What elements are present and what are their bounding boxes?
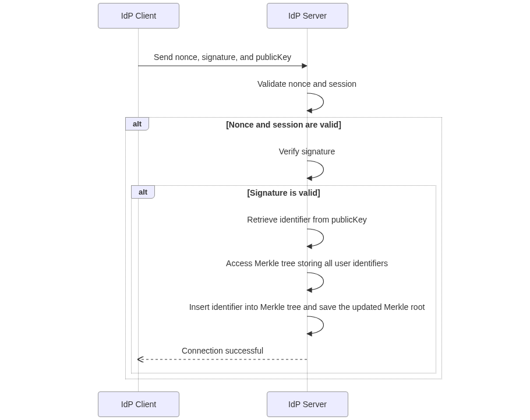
alt-tag-inner: alt <box>131 185 155 199</box>
alt-tag-outer: alt <box>125 117 149 130</box>
msg-label-1: Send nonce, signature, and publicKey <box>154 52 291 62</box>
msg-label-5: Access Merkle tree storing all user iden… <box>226 259 388 268</box>
msg-label-6: Insert identifier into Merkle tree and s… <box>189 302 425 312</box>
sequence-diagram: alt [Nonce and session are valid] alt [S… <box>0 0 530 420</box>
msg-label-4: Retrieve identifier from publicKey <box>247 215 366 224</box>
msg-label-3: Verify signature <box>279 147 335 156</box>
actor-client-top: IdP Client <box>98 3 179 29</box>
actor-server-bottom-label: IdP Server <box>288 400 327 409</box>
alt-guard-inner: [Signature is valid] <box>247 188 320 197</box>
actor-server-top: IdP Server <box>267 3 348 29</box>
msg-label-7: Connection successful <box>182 346 263 355</box>
actor-server-top-label: IdP Server <box>288 11 327 20</box>
actor-client-top-label: IdP Client <box>121 11 156 20</box>
alt-box-inner: alt [Signature is valid] <box>131 185 436 373</box>
actor-client-bottom-label: IdP Client <box>121 400 156 409</box>
alt-guard-outer: [Nonce and session are valid] <box>226 120 341 129</box>
actor-client-bottom: IdP Client <box>98 391 179 417</box>
actor-server-bottom: IdP Server <box>267 391 348 417</box>
msg-label-2: Validate nonce and session <box>257 79 356 89</box>
